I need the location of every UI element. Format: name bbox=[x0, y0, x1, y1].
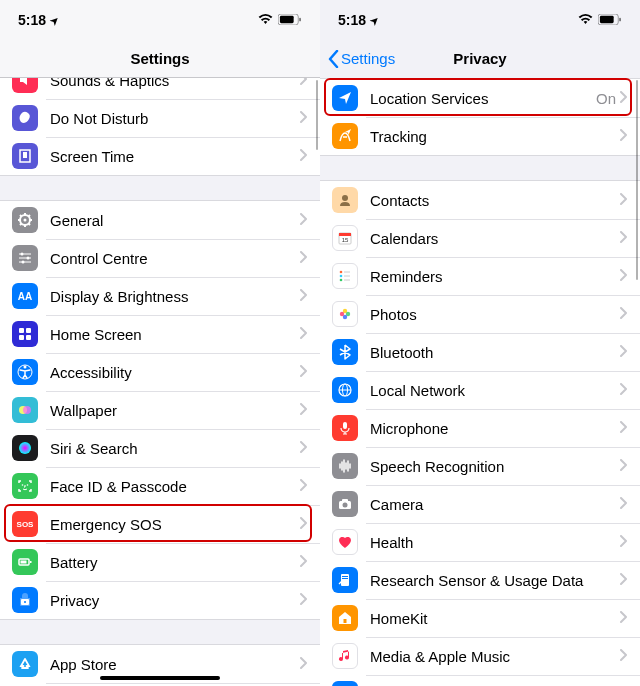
svg-text:15: 15 bbox=[342, 237, 349, 243]
row-faceid-passcode[interactable]: Face ID & Passcode bbox=[0, 467, 320, 505]
svg-rect-42 bbox=[619, 18, 621, 22]
privacy-list[interactable]: Location ServicesOnTrackingContacts15Cal… bbox=[320, 78, 640, 686]
controlcentre-icon bbox=[12, 245, 38, 271]
svg-rect-20 bbox=[26, 335, 31, 340]
svg-point-43 bbox=[342, 195, 348, 201]
row-label: Calendars bbox=[370, 230, 620, 247]
svg-rect-7 bbox=[23, 152, 27, 158]
status-bar: 5:18 ➤ bbox=[0, 0, 320, 40]
row-calendars[interactable]: 15Calendars bbox=[320, 219, 640, 257]
row-label: General bbox=[50, 212, 300, 229]
back-button[interactable]: Settings bbox=[328, 50, 395, 68]
row-privacy[interactable]: Privacy bbox=[0, 581, 320, 619]
row-screen-time[interactable]: Screen Time bbox=[0, 137, 320, 175]
speech-icon bbox=[332, 453, 358, 479]
row-bluetooth[interactable]: Bluetooth bbox=[320, 333, 640, 371]
row-accessibility[interactable]: Accessibility bbox=[0, 353, 320, 391]
chevron-right-icon bbox=[620, 305, 628, 323]
nav-bar: Settings Privacy bbox=[320, 40, 640, 78]
row-control-centre[interactable]: Control Centre bbox=[0, 239, 320, 277]
row-wallpaper[interactable]: Wallpaper bbox=[0, 391, 320, 429]
row-emergency-sos[interactable]: SOSEmergency SOS bbox=[0, 505, 320, 543]
row-battery[interactable]: Battery bbox=[0, 543, 320, 581]
row-label: Media & Apple Music bbox=[370, 648, 620, 665]
row-homekit[interactable]: HomeKit bbox=[320, 599, 640, 637]
row-camera[interactable]: Camera bbox=[320, 485, 640, 523]
location-icon bbox=[332, 85, 358, 111]
chevron-right-icon bbox=[300, 553, 308, 571]
battery-icon bbox=[12, 549, 38, 575]
chevron-right-icon bbox=[620, 191, 628, 209]
appstore-icon bbox=[12, 651, 38, 677]
wifi-icon bbox=[258, 12, 273, 28]
row-label: Photos bbox=[370, 306, 620, 323]
chevron-right-icon bbox=[300, 147, 308, 165]
wallpaper-icon bbox=[12, 397, 38, 423]
chevron-right-icon bbox=[620, 457, 628, 475]
row-do-not-disturb[interactable]: Do Not Disturb bbox=[0, 99, 320, 137]
svg-rect-66 bbox=[342, 578, 348, 579]
privacy-icon bbox=[12, 587, 38, 613]
row-microphone[interactable]: Microphone bbox=[320, 409, 640, 447]
chevron-right-icon bbox=[620, 495, 628, 513]
svg-point-27 bbox=[27, 484, 29, 486]
row-local-network[interactable]: Local Network bbox=[320, 371, 640, 409]
chevron-right-icon bbox=[300, 439, 308, 457]
svg-rect-68 bbox=[344, 619, 347, 623]
row-label: Health bbox=[370, 534, 620, 551]
chevron-right-icon bbox=[300, 363, 308, 381]
row-contacts[interactable]: Contacts bbox=[320, 181, 640, 219]
row-sounds-haptics[interactable]: Sounds & Haptics bbox=[0, 78, 320, 99]
row-display-brightness[interactable]: AADisplay & Brightness bbox=[0, 277, 320, 315]
row-siri-search[interactable]: Siri & Search bbox=[0, 429, 320, 467]
row-speech-recognition[interactable]: Speech Recognition bbox=[320, 447, 640, 485]
row-label: Research Sensor & Usage Data bbox=[370, 572, 620, 589]
row-label: App Store bbox=[50, 656, 300, 673]
row-label: Emergency SOS bbox=[50, 516, 300, 533]
home-indicator[interactable] bbox=[100, 676, 220, 680]
row-label: Contacts bbox=[370, 192, 620, 209]
chevron-right-icon bbox=[300, 211, 308, 229]
row-files-folders[interactable]: Files and Folders bbox=[320, 675, 640, 686]
row-label: Do Not Disturb bbox=[50, 110, 300, 127]
svg-rect-19 bbox=[19, 335, 24, 340]
chevron-right-icon bbox=[300, 591, 308, 609]
chevron-right-icon bbox=[620, 419, 628, 437]
chevron-right-icon bbox=[300, 109, 308, 127]
row-label: Local Network bbox=[370, 382, 620, 399]
row-label: Camera bbox=[370, 496, 620, 513]
row-photos[interactable]: Photos bbox=[320, 295, 640, 333]
svg-rect-63 bbox=[342, 499, 348, 502]
svg-point-25 bbox=[19, 442, 31, 454]
screentime-icon bbox=[12, 143, 38, 169]
svg-point-49 bbox=[340, 279, 343, 282]
settings-list[interactable]: Sounds & HapticsDo Not DisturbScreen Tim… bbox=[0, 78, 320, 686]
chevron-right-icon bbox=[620, 343, 628, 361]
nav-bar: Settings bbox=[0, 40, 320, 78]
row-general[interactable]: General bbox=[0, 201, 320, 239]
row-reminders[interactable]: Reminders bbox=[320, 257, 640, 295]
row-label: Home Screen bbox=[50, 326, 300, 343]
row-label: Location Services bbox=[370, 90, 596, 107]
accessibility-icon bbox=[12, 359, 38, 385]
siri-icon bbox=[12, 435, 38, 461]
row-location-services[interactable]: Location ServicesOn bbox=[320, 79, 640, 117]
row-home-screen[interactable]: Home Screen bbox=[0, 315, 320, 353]
chevron-right-icon bbox=[620, 267, 628, 285]
row-label: Tracking bbox=[370, 128, 620, 145]
scrollbar[interactable] bbox=[636, 80, 639, 280]
row-tracking[interactable]: Tracking bbox=[320, 117, 640, 155]
row-media-apple-music[interactable]: Media & Apple Music bbox=[320, 637, 640, 675]
row-research-sensor[interactable]: Research Sensor & Usage Data bbox=[320, 561, 640, 599]
row-health[interactable]: Health bbox=[320, 523, 640, 561]
svg-rect-17 bbox=[19, 328, 24, 333]
scrollbar[interactable] bbox=[316, 80, 319, 150]
dnd-icon bbox=[12, 105, 38, 131]
battery-icon bbox=[598, 12, 622, 28]
svg-point-32 bbox=[24, 601, 26, 603]
svg-rect-18 bbox=[26, 328, 31, 333]
row-label: Reminders bbox=[370, 268, 620, 285]
row-label: Battery bbox=[50, 554, 300, 571]
chevron-right-icon bbox=[300, 249, 308, 267]
row-label: Sounds & Haptics bbox=[50, 78, 300, 89]
